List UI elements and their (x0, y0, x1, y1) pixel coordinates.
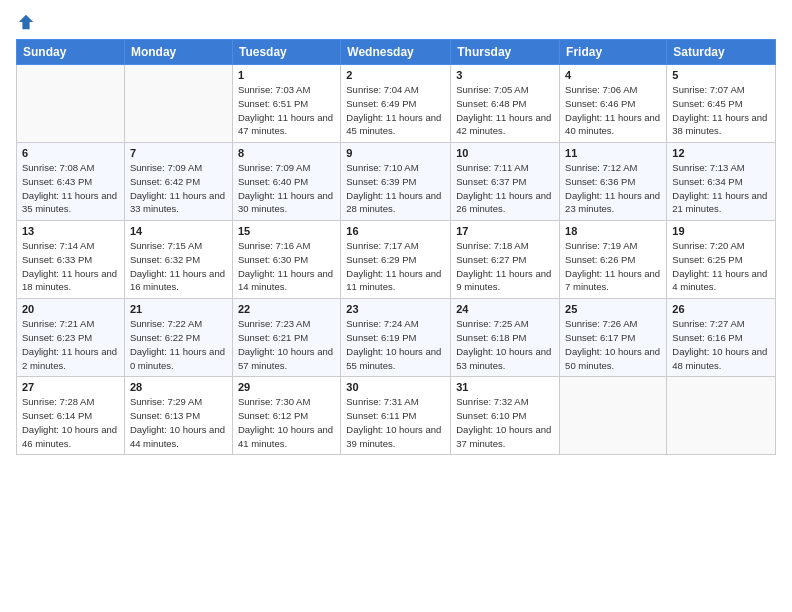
day-info: Sunrise: 7:23 AM Sunset: 6:21 PM Dayligh… (238, 317, 335, 372)
day-info: Sunrise: 7:31 AM Sunset: 6:11 PM Dayligh… (346, 395, 445, 450)
day-number: 13 (22, 225, 119, 237)
day-number: 8 (238, 147, 335, 159)
calendar-table: SundayMondayTuesdayWednesdayThursdayFrid… (16, 39, 776, 455)
day-of-week-header: Friday (560, 40, 667, 65)
calendar-cell: 6Sunrise: 7:08 AM Sunset: 6:43 PM Daylig… (17, 143, 125, 221)
day-number: 9 (346, 147, 445, 159)
day-info: Sunrise: 7:15 AM Sunset: 6:32 PM Dayligh… (130, 239, 227, 294)
calendar-cell: 23Sunrise: 7:24 AM Sunset: 6:19 PM Dayli… (341, 299, 451, 377)
day-of-week-header: Thursday (451, 40, 560, 65)
calendar-cell (667, 377, 776, 455)
svg-marker-0 (19, 15, 33, 29)
day-number: 14 (130, 225, 227, 237)
calendar-cell: 21Sunrise: 7:22 AM Sunset: 6:22 PM Dayli… (124, 299, 232, 377)
calendar-cell: 28Sunrise: 7:29 AM Sunset: 6:13 PM Dayli… (124, 377, 232, 455)
header (16, 12, 776, 31)
calendar-week-row: 20Sunrise: 7:21 AM Sunset: 6:23 PM Dayli… (17, 299, 776, 377)
day-of-week-header: Monday (124, 40, 232, 65)
day-number: 20 (22, 303, 119, 315)
calendar-cell: 9Sunrise: 7:10 AM Sunset: 6:39 PM Daylig… (341, 143, 451, 221)
day-info: Sunrise: 7:03 AM Sunset: 6:51 PM Dayligh… (238, 83, 335, 138)
day-info: Sunrise: 7:14 AM Sunset: 6:33 PM Dayligh… (22, 239, 119, 294)
day-number: 15 (238, 225, 335, 237)
day-info: Sunrise: 7:16 AM Sunset: 6:30 PM Dayligh… (238, 239, 335, 294)
day-number: 10 (456, 147, 554, 159)
day-number: 7 (130, 147, 227, 159)
day-info: Sunrise: 7:17 AM Sunset: 6:29 PM Dayligh… (346, 239, 445, 294)
day-info: Sunrise: 7:27 AM Sunset: 6:16 PM Dayligh… (672, 317, 770, 372)
day-info: Sunrise: 7:05 AM Sunset: 6:48 PM Dayligh… (456, 83, 554, 138)
calendar-cell: 15Sunrise: 7:16 AM Sunset: 6:30 PM Dayli… (232, 221, 340, 299)
calendar-cell (17, 65, 125, 143)
day-number: 21 (130, 303, 227, 315)
page: SundayMondayTuesdayWednesdayThursdayFrid… (0, 0, 792, 612)
calendar-cell: 18Sunrise: 7:19 AM Sunset: 6:26 PM Dayli… (560, 221, 667, 299)
calendar-cell: 13Sunrise: 7:14 AM Sunset: 6:33 PM Dayli… (17, 221, 125, 299)
day-number: 12 (672, 147, 770, 159)
day-info: Sunrise: 7:32 AM Sunset: 6:10 PM Dayligh… (456, 395, 554, 450)
day-info: Sunrise: 7:24 AM Sunset: 6:19 PM Dayligh… (346, 317, 445, 372)
calendar-cell (124, 65, 232, 143)
calendar-cell: 17Sunrise: 7:18 AM Sunset: 6:27 PM Dayli… (451, 221, 560, 299)
calendar-week-row: 1Sunrise: 7:03 AM Sunset: 6:51 PM Daylig… (17, 65, 776, 143)
calendar-week-row: 13Sunrise: 7:14 AM Sunset: 6:33 PM Dayli… (17, 221, 776, 299)
calendar-cell: 1Sunrise: 7:03 AM Sunset: 6:51 PM Daylig… (232, 65, 340, 143)
day-number: 30 (346, 381, 445, 393)
day-number: 26 (672, 303, 770, 315)
day-info: Sunrise: 7:22 AM Sunset: 6:22 PM Dayligh… (130, 317, 227, 372)
day-info: Sunrise: 7:09 AM Sunset: 6:42 PM Dayligh… (130, 161, 227, 216)
day-info: Sunrise: 7:04 AM Sunset: 6:49 PM Dayligh… (346, 83, 445, 138)
calendar-cell: 10Sunrise: 7:11 AM Sunset: 6:37 PM Dayli… (451, 143, 560, 221)
day-info: Sunrise: 7:07 AM Sunset: 6:45 PM Dayligh… (672, 83, 770, 138)
calendar-cell: 3Sunrise: 7:05 AM Sunset: 6:48 PM Daylig… (451, 65, 560, 143)
calendar-cell: 29Sunrise: 7:30 AM Sunset: 6:12 PM Dayli… (232, 377, 340, 455)
calendar-cell: 24Sunrise: 7:25 AM Sunset: 6:18 PM Dayli… (451, 299, 560, 377)
day-number: 25 (565, 303, 661, 315)
day-number: 28 (130, 381, 227, 393)
day-info: Sunrise: 7:28 AM Sunset: 6:14 PM Dayligh… (22, 395, 119, 450)
day-info: Sunrise: 7:19 AM Sunset: 6:26 PM Dayligh… (565, 239, 661, 294)
day-number: 27 (22, 381, 119, 393)
day-info: Sunrise: 7:11 AM Sunset: 6:37 PM Dayligh… (456, 161, 554, 216)
calendar-cell: 26Sunrise: 7:27 AM Sunset: 6:16 PM Dayli… (667, 299, 776, 377)
day-number: 11 (565, 147, 661, 159)
day-number: 5 (672, 69, 770, 81)
calendar-cell: 12Sunrise: 7:13 AM Sunset: 6:34 PM Dayli… (667, 143, 776, 221)
day-number: 31 (456, 381, 554, 393)
calendar-cell: 11Sunrise: 7:12 AM Sunset: 6:36 PM Dayli… (560, 143, 667, 221)
calendar-cell: 25Sunrise: 7:26 AM Sunset: 6:17 PM Dayli… (560, 299, 667, 377)
calendar-week-row: 6Sunrise: 7:08 AM Sunset: 6:43 PM Daylig… (17, 143, 776, 221)
day-of-week-header: Saturday (667, 40, 776, 65)
day-number: 2 (346, 69, 445, 81)
logo (16, 12, 35, 31)
day-info: Sunrise: 7:21 AM Sunset: 6:23 PM Dayligh… (22, 317, 119, 372)
day-info: Sunrise: 7:25 AM Sunset: 6:18 PM Dayligh… (456, 317, 554, 372)
calendar-cell: 30Sunrise: 7:31 AM Sunset: 6:11 PM Dayli… (341, 377, 451, 455)
day-info: Sunrise: 7:10 AM Sunset: 6:39 PM Dayligh… (346, 161, 445, 216)
day-info: Sunrise: 7:09 AM Sunset: 6:40 PM Dayligh… (238, 161, 335, 216)
calendar-cell: 27Sunrise: 7:28 AM Sunset: 6:14 PM Dayli… (17, 377, 125, 455)
day-number: 19 (672, 225, 770, 237)
calendar-cell: 4Sunrise: 7:06 AM Sunset: 6:46 PM Daylig… (560, 65, 667, 143)
calendar-cell: 19Sunrise: 7:20 AM Sunset: 6:25 PM Dayli… (667, 221, 776, 299)
logo-icon (17, 13, 35, 31)
day-info: Sunrise: 7:13 AM Sunset: 6:34 PM Dayligh… (672, 161, 770, 216)
day-of-week-header: Tuesday (232, 40, 340, 65)
day-number: 6 (22, 147, 119, 159)
calendar-cell: 5Sunrise: 7:07 AM Sunset: 6:45 PM Daylig… (667, 65, 776, 143)
day-info: Sunrise: 7:18 AM Sunset: 6:27 PM Dayligh… (456, 239, 554, 294)
calendar-cell: 14Sunrise: 7:15 AM Sunset: 6:32 PM Dayli… (124, 221, 232, 299)
calendar-cell: 20Sunrise: 7:21 AM Sunset: 6:23 PM Dayli… (17, 299, 125, 377)
day-number: 24 (456, 303, 554, 315)
day-number: 1 (238, 69, 335, 81)
day-number: 23 (346, 303, 445, 315)
day-info: Sunrise: 7:26 AM Sunset: 6:17 PM Dayligh… (565, 317, 661, 372)
logo-general (16, 12, 35, 31)
calendar-cell: 2Sunrise: 7:04 AM Sunset: 6:49 PM Daylig… (341, 65, 451, 143)
day-number: 3 (456, 69, 554, 81)
day-number: 17 (456, 225, 554, 237)
day-number: 29 (238, 381, 335, 393)
day-number: 4 (565, 69, 661, 81)
calendar-cell: 31Sunrise: 7:32 AM Sunset: 6:10 PM Dayli… (451, 377, 560, 455)
day-number: 22 (238, 303, 335, 315)
